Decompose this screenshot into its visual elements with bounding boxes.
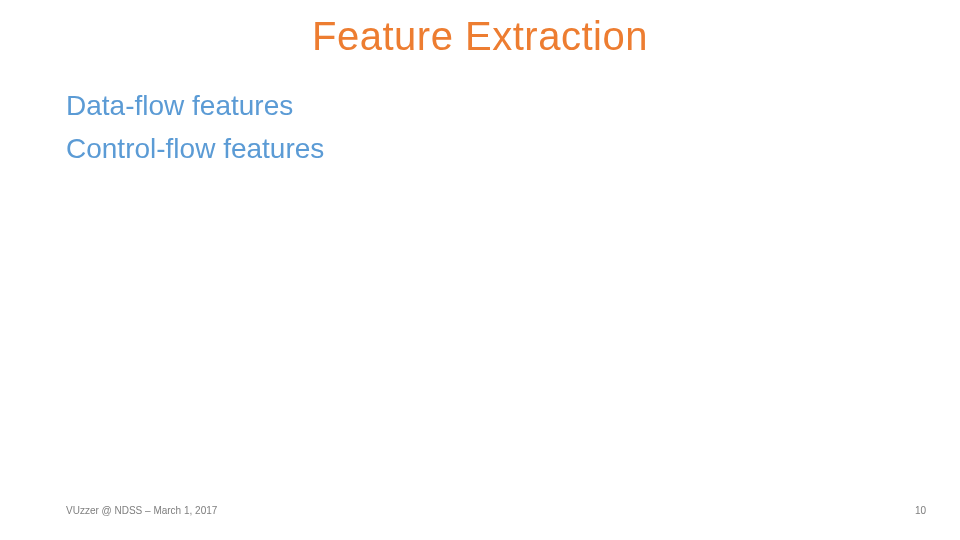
bullet-item: Control-flow features [66,127,894,170]
footer-text: VUzzer @ NDSS – March 1, 2017 [66,505,217,516]
slide-body: Data-flow features Control-flow features [66,84,894,171]
slide: Feature Extraction Data-flow features Co… [0,0,960,540]
slide-title: Feature Extraction [0,14,960,59]
bullet-item: Data-flow features [66,84,894,127]
page-number: 10 [915,505,926,516]
